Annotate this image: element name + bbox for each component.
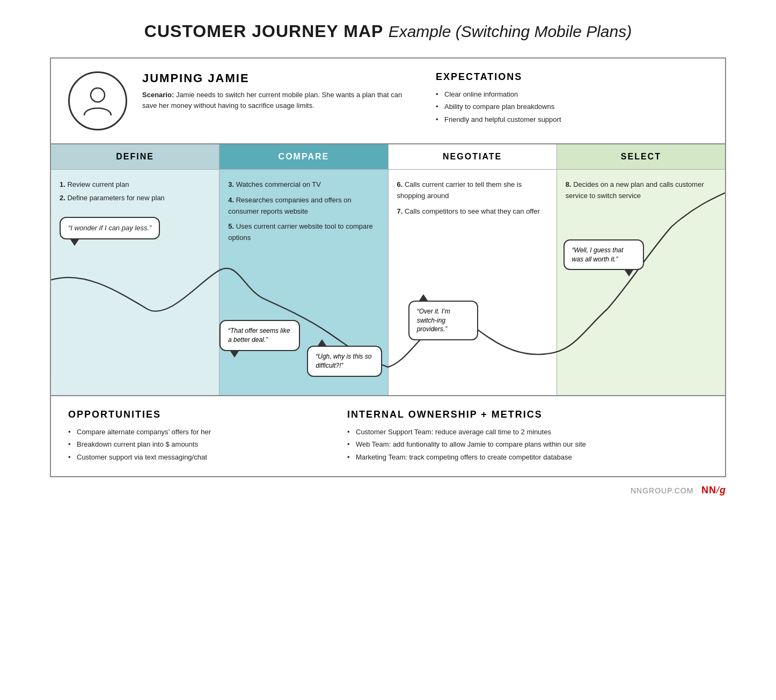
- action-item: 4. Researches companies and offers on co…: [228, 195, 379, 217]
- list-item: Ability to compare plan breakdowns: [436, 100, 708, 113]
- opportunities-title: OPPORTUNITIES: [68, 409, 326, 420]
- action-item: 7. Calls competitors to see what they ca…: [397, 206, 548, 217]
- action-item: 6. Calls current carrier to tell them sh…: [397, 179, 548, 202]
- phase-select-header: SELECT: [557, 144, 725, 170]
- expectations-list: Clear online information Ability to comp…: [436, 88, 708, 126]
- opportunities-list: Compare alternate companys’ offers for h…: [68, 426, 326, 463]
- phase-negotiate-header: NEGOTIATE: [389, 144, 557, 170]
- phase-select: SELECT 8. Decides on a new plan and call…: [557, 144, 725, 395]
- phase-define-actions: 1. Review current plan 2. Define paramet…: [60, 179, 210, 204]
- action-item: 2. Define parameters for new plan: [60, 193, 210, 204]
- bottom-row: OPPORTUNITIES Compare alternate companys…: [51, 396, 725, 476]
- list-item: Compare alternate companys’ offers for h…: [68, 426, 326, 438]
- list-item: Marketing Team: track competing offers t…: [347, 451, 708, 463]
- phases-section: DEFINE 1. Review current plan 2. Define …: [51, 144, 725, 396]
- persona-row: JUMPING JAMIE Scenario: Jamie needs to s…: [51, 59, 725, 144]
- list-item: Web Team: add funtionality to allow Jami…: [347, 438, 708, 450]
- main-frame: JUMPING JAMIE Scenario: Jamie needs to s…: [50, 57, 726, 477]
- persona-scenario: Scenario: Jamie needs to switch her curr…: [142, 90, 414, 111]
- svg-point-0: [91, 88, 105, 102]
- action-item: 8. Decides on a new plan and calls custo…: [566, 179, 716, 202]
- list-item: Clear online information: [436, 88, 708, 100]
- metrics-title: INTERNAL OWNERSHIP + METRICS: [347, 409, 708, 420]
- expectations-section: EXPECTATIONS Clear online information Ab…: [414, 71, 708, 126]
- phase-negotiate: NEGOTIATE 6. Calls current carrier to te…: [389, 144, 557, 395]
- metrics-section: INTERNAL OWNERSHIP + METRICS Customer Su…: [347, 409, 708, 463]
- action-item: 3. Watches commercial on TV: [228, 179, 379, 191]
- phase-define-body: 1. Review current plan 2. Define paramet…: [51, 170, 219, 395]
- speech-bubble-define: “I wonder if I can pay less.”: [60, 217, 160, 239]
- phase-define: DEFINE 1. Review current plan 2. Define …: [51, 144, 219, 395]
- persona-name: JUMPING JAMIE: [142, 71, 414, 85]
- phase-negotiate-body: 6. Calls current carrier to tell them sh…: [389, 170, 557, 395]
- page-title: CUSTOMER JOURNEY MAP Example (Switching …: [144, 21, 632, 41]
- phase-negotiate-actions: 6. Calls current carrier to tell them sh…: [397, 179, 548, 217]
- list-item: Customer Support Team: reduce average ca…: [347, 426, 708, 438]
- list-item: Friendly and helpful customer support: [436, 113, 708, 126]
- action-item: 5. Uses current carrier website tool to …: [228, 221, 379, 244]
- branding: NNGROUP.COM NN/g: [50, 485, 726, 496]
- phase-compare: COMPARE 3. Watches commercial on TV 4. R…: [219, 144, 388, 395]
- avatar: [68, 71, 127, 130]
- phases-row: DEFINE 1. Review current plan 2. Define …: [51, 144, 725, 396]
- phase-compare-actions: 3. Watches commercial on TV 4. Researche…: [228, 179, 379, 244]
- persona-info: JUMPING JAMIE Scenario: Jamie needs to s…: [142, 71, 414, 111]
- opportunities-section: OPPORTUNITIES Compare alternate companys…: [68, 409, 347, 463]
- phase-compare-body: 3. Watches commercial on TV 4. Researche…: [219, 170, 387, 395]
- phase-select-actions: 8. Decides on a new plan and calls custo…: [566, 179, 716, 202]
- phase-select-body: 8. Decides on a new plan and calls custo…: [557, 170, 725, 395]
- action-item: 1. Review current plan: [60, 179, 210, 191]
- phase-compare-header: COMPARE: [219, 144, 387, 170]
- list-item: Customer support via text messaging/chat: [68, 451, 326, 463]
- expectations-title: EXPECTATIONS: [436, 71, 708, 83]
- list-item: Breakdown current plan into $ amounts: [68, 438, 326, 450]
- phase-define-header: DEFINE: [51, 144, 219, 170]
- metrics-list: Customer Support Team: reduce average ca…: [347, 426, 708, 463]
